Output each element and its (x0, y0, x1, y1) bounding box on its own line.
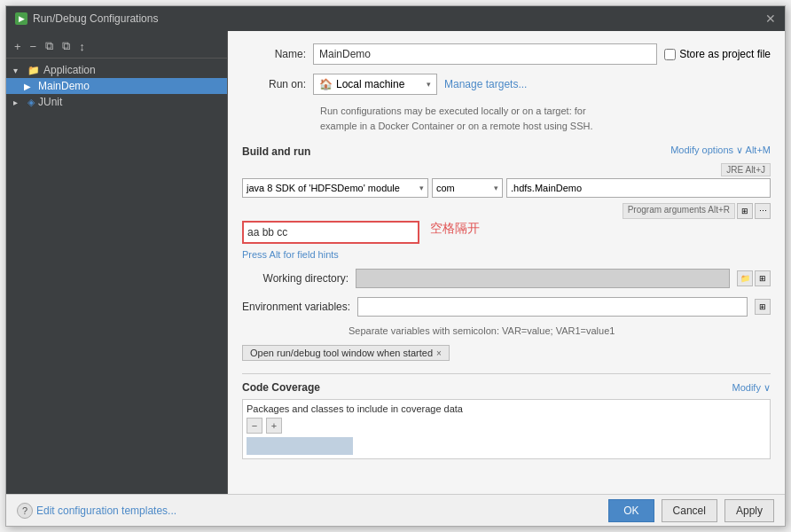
tool-window-close-icon[interactable]: × (436, 348, 442, 358)
run-on-value: Local machine (336, 78, 404, 90)
sdk-chevron-icon: ▾ (419, 184, 424, 192)
jre-badge: JRE Alt+J (721, 163, 771, 176)
annotation-text: 空格隔开 (430, 221, 480, 237)
chevron-down-icon: ▾ (427, 80, 431, 89)
cancel-button[interactable]: Cancel (662, 499, 717, 522)
working-dir-input[interactable] (356, 269, 730, 288)
coverage-buttons: − + (247, 418, 766, 434)
sidebar-item-label: MainDemo (38, 80, 90, 92)
badges-row: JRE Alt+J (242, 163, 771, 176)
dialog-body: + − ⧉ ⧉ ↕ ▾ 📁 Application ▶ MainDemo ▸ (6, 31, 785, 494)
ok-button[interactable]: OK (608, 499, 654, 522)
sidebar-item-label: Application (43, 64, 96, 76)
prog-args-icons: ⊞ ⋯ (737, 203, 771, 219)
tool-window-row: Open run/debug tool window when started … (242, 345, 771, 361)
name-input[interactable] (313, 43, 657, 65)
working-dir-row: Working directory: 📁 ⊞ (242, 269, 771, 288)
separator-hint: Separate variables with semicolon: VAR=v… (349, 325, 771, 336)
sidebar-item-application[interactable]: ▾ 📁 Application (6, 62, 227, 78)
sdk-module-row: java 8 SDK of 'HDFSDemo' module ▾ com ▾ (242, 178, 771, 198)
env-vars-label: Environment variables: (242, 301, 350, 313)
code-coverage-section: Code Coverage Modify ∨ Packages and clas… (242, 373, 771, 459)
browse-folder-icon[interactable]: 📁 (737, 270, 753, 286)
sidebar-toolbar: + − ⧉ ⧉ ↕ (6, 35, 227, 59)
program-args-row: 空格隔开 (242, 221, 771, 244)
add-config-button[interactable]: + (12, 39, 24, 54)
prog-args-badge-row: Program arguments Alt+R ⊞ ⋯ (242, 203, 771, 219)
remove-config-button[interactable]: − (27, 39, 40, 54)
sidebar-tree: ▾ 📁 Application ▶ MainDemo ▸ ◈ JUnit (6, 59, 227, 490)
coverage-item (247, 437, 353, 455)
env-vars-expand-icon[interactable]: ⊞ (755, 299, 771, 315)
run-icon: ▶ (24, 82, 35, 91)
badge-containers: JRE Alt+J (721, 163, 771, 176)
store-project-check: Store as project file (664, 48, 771, 60)
env-vars-input[interactable] (357, 297, 748, 317)
folder-icon: 📁 (27, 65, 40, 76)
run-debug-dialog: ▶ Run/Debug Configurations ✕ + − ⧉ ⧉ ↕ ▾… (5, 5, 786, 527)
store-project-label: Store as project file (679, 48, 771, 60)
expand-dir-icon[interactable]: ⊞ (755, 270, 771, 286)
run-on-row: Run on: 🏠 Local machine ▾ Manage targets… (242, 74, 771, 95)
sidebar-item-maindemo[interactable]: ▶ MainDemo (6, 78, 227, 94)
sidebar-item-label: JUnit (38, 96, 62, 108)
prog-args-badge: Program arguments Alt+R (623, 203, 735, 219)
module-value: com (436, 183, 455, 193)
main-class-input[interactable] (506, 178, 771, 198)
bottom-bar: ? Edit configuration templates... OK Can… (6, 494, 785, 526)
build-run-header: Build and run Modify options ∨ Alt+M (242, 142, 771, 158)
module-chevron-icon: ▾ (494, 184, 498, 192)
working-dir-icons: 📁 ⊞ (737, 270, 771, 286)
bottom-left: ? Edit configuration templates... (17, 503, 176, 519)
cov-minus-button[interactable]: − (247, 418, 262, 434)
expand-icon: ▸ (13, 98, 24, 107)
coverage-title: Code Coverage (242, 381, 320, 394)
run-on-label: Run on: (242, 78, 306, 90)
coverage-table: Packages and classes to include in cover… (242, 399, 771, 459)
coverage-modify-link[interactable]: Modify ∨ (732, 382, 771, 394)
program-args-input[interactable] (242, 221, 419, 244)
build-run-section: Build and run Modify options ∨ Alt+M JRE… (242, 142, 771, 260)
home-icon: 🏠 (319, 78, 333, 90)
help-button[interactable]: ? (17, 503, 33, 519)
title-bar: ▶ Run/Debug Configurations ✕ (6, 6, 785, 31)
prog-args-container: Program arguments Alt+R ⊞ ⋯ 空格隔开 (242, 203, 771, 244)
expand-icon-btn[interactable]: ⊞ (737, 203, 753, 219)
tool-window-tag: Open run/debug tool window when started … (242, 345, 450, 361)
store-project-checkbox[interactable] (664, 49, 676, 60)
info-text: Run configurations may be executed local… (320, 104, 771, 133)
name-row: Name: Store as project file (242, 43, 771, 65)
dialog-title: Run/Debug Configurations (33, 12, 158, 25)
tool-window-label: Open run/debug tool window when started (250, 348, 433, 358)
apply-button[interactable]: Apply (724, 499, 774, 522)
coverage-header: Code Coverage Modify ∨ (242, 381, 771, 394)
sdk-row-container: JRE Alt+J java 8 SDK of 'HDFSDemo' modul… (242, 163, 771, 198)
edit-templates-link[interactable]: Edit configuration templates... (36, 505, 176, 517)
field-hint: Press Alt for field hints (242, 249, 771, 260)
sdk-dropdown[interactable]: java 8 SDK of 'HDFSDemo' module ▾ (242, 178, 428, 198)
name-label: Name: (242, 48, 306, 60)
manage-targets-link[interactable]: Manage targets... (444, 78, 527, 90)
close-button[interactable]: ✕ (765, 12, 776, 25)
expand-icon: ▾ (13, 66, 24, 75)
module-dropdown[interactable]: com ▾ (432, 178, 503, 198)
bottom-right: OK Cancel Apply (608, 499, 774, 522)
sdk-value: java 8 SDK of 'HDFSDemo' module (247, 183, 400, 193)
modify-options-link[interactable]: Modify options ∨ Alt+M (670, 145, 771, 156)
packages-label: Packages and classes to include in cover… (247, 403, 463, 414)
more-icon-btn[interactable]: ⋯ (755, 203, 771, 219)
coverage-toolbar: Packages and classes to include in cover… (247, 403, 766, 414)
cov-plus-button[interactable]: + (266, 418, 282, 434)
sidebar-item-junit[interactable]: ▸ ◈ JUnit (6, 94, 227, 110)
dialog-icon: ▶ (15, 12, 27, 25)
main-panel: Name: Store as project file Run on: 🏠 Lo… (228, 31, 785, 494)
sort-config-button[interactable]: ↕ (76, 39, 88, 54)
title-bar-left: ▶ Run/Debug Configurations (15, 12, 158, 25)
move-config-button[interactable]: ⧉ (59, 38, 73, 54)
junit-icon: ◈ (27, 97, 35, 108)
run-on-dropdown[interactable]: 🏠 Local machine ▾ (313, 74, 437, 95)
env-vars-row: Environment variables: ⊞ (242, 297, 771, 317)
working-dir-label: Working directory: (242, 272, 349, 285)
build-run-label: Build and run (242, 145, 310, 158)
copy-config-button[interactable]: ⧉ (43, 38, 56, 54)
